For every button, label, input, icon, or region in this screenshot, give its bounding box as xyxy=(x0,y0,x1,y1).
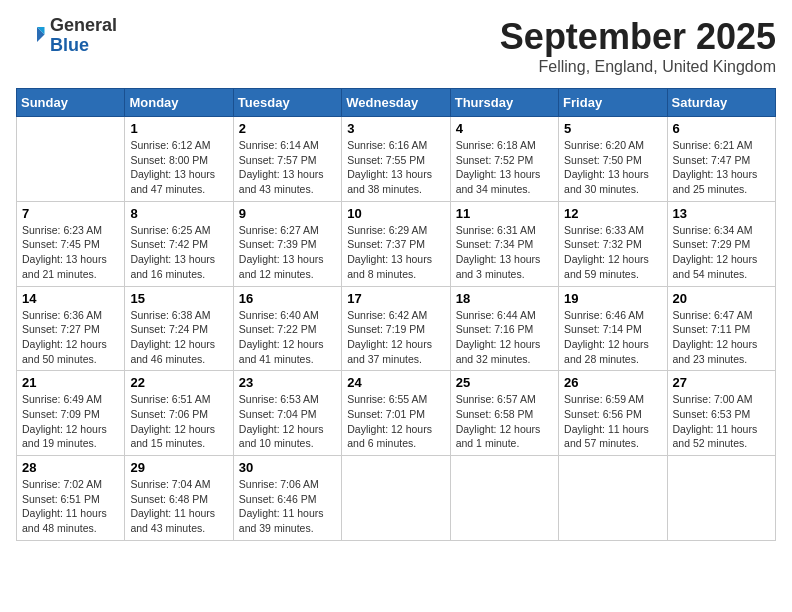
weekday-header-thursday: Thursday xyxy=(450,89,558,117)
day-number: 8 xyxy=(130,206,227,221)
day-number: 16 xyxy=(239,291,336,306)
day-info: Sunrise: 6:25 AM Sunset: 7:42 PM Dayligh… xyxy=(130,223,227,282)
calendar-cell: 24Sunrise: 6:55 AM Sunset: 7:01 PM Dayli… xyxy=(342,371,450,456)
day-number: 12 xyxy=(564,206,661,221)
day-info: Sunrise: 6:12 AM Sunset: 8:00 PM Dayligh… xyxy=(130,138,227,197)
day-number: 29 xyxy=(130,460,227,475)
calendar-cell: 11Sunrise: 6:31 AM Sunset: 7:34 PM Dayli… xyxy=(450,201,558,286)
day-number: 14 xyxy=(22,291,119,306)
day-number: 2 xyxy=(239,121,336,136)
calendar-cell xyxy=(450,456,558,541)
calendar-table: SundayMondayTuesdayWednesdayThursdayFrid… xyxy=(16,88,776,541)
day-info: Sunrise: 6:23 AM Sunset: 7:45 PM Dayligh… xyxy=(22,223,119,282)
day-number: 9 xyxy=(239,206,336,221)
day-info: Sunrise: 6:18 AM Sunset: 7:52 PM Dayligh… xyxy=(456,138,553,197)
calendar-cell: 9Sunrise: 6:27 AM Sunset: 7:39 PM Daylig… xyxy=(233,201,341,286)
day-number: 28 xyxy=(22,460,119,475)
day-info: Sunrise: 6:33 AM Sunset: 7:32 PM Dayligh… xyxy=(564,223,661,282)
day-info: Sunrise: 6:47 AM Sunset: 7:11 PM Dayligh… xyxy=(673,308,770,367)
week-row-2: 7Sunrise: 6:23 AM Sunset: 7:45 PM Daylig… xyxy=(17,201,776,286)
day-info: Sunrise: 6:27 AM Sunset: 7:39 PM Dayligh… xyxy=(239,223,336,282)
calendar-cell: 19Sunrise: 6:46 AM Sunset: 7:14 PM Dayli… xyxy=(559,286,667,371)
weekday-header-tuesday: Tuesday xyxy=(233,89,341,117)
calendar-cell: 5Sunrise: 6:20 AM Sunset: 7:50 PM Daylig… xyxy=(559,117,667,202)
day-number: 1 xyxy=(130,121,227,136)
day-info: Sunrise: 6:38 AM Sunset: 7:24 PM Dayligh… xyxy=(130,308,227,367)
day-info: Sunrise: 6:40 AM Sunset: 7:22 PM Dayligh… xyxy=(239,308,336,367)
calendar-cell: 27Sunrise: 7:00 AM Sunset: 6:53 PM Dayli… xyxy=(667,371,775,456)
weekday-header-saturday: Saturday xyxy=(667,89,775,117)
day-number: 7 xyxy=(22,206,119,221)
calendar-cell: 2Sunrise: 6:14 AM Sunset: 7:57 PM Daylig… xyxy=(233,117,341,202)
calendar-cell: 6Sunrise: 6:21 AM Sunset: 7:47 PM Daylig… xyxy=(667,117,775,202)
calendar-cell: 1Sunrise: 6:12 AM Sunset: 8:00 PM Daylig… xyxy=(125,117,233,202)
logo-blue: Blue xyxy=(50,36,117,56)
logo-icon xyxy=(16,21,46,51)
calendar-cell: 26Sunrise: 6:59 AM Sunset: 6:56 PM Dayli… xyxy=(559,371,667,456)
logo: General Blue xyxy=(16,16,117,56)
calendar-cell xyxy=(17,117,125,202)
logo-text: General Blue xyxy=(50,16,117,56)
day-info: Sunrise: 7:06 AM Sunset: 6:46 PM Dayligh… xyxy=(239,477,336,536)
calendar-cell: 18Sunrise: 6:44 AM Sunset: 7:16 PM Dayli… xyxy=(450,286,558,371)
calendar-cell: 8Sunrise: 6:25 AM Sunset: 7:42 PM Daylig… xyxy=(125,201,233,286)
calendar-cell xyxy=(559,456,667,541)
day-number: 30 xyxy=(239,460,336,475)
day-info: Sunrise: 6:36 AM Sunset: 7:27 PM Dayligh… xyxy=(22,308,119,367)
day-number: 6 xyxy=(673,121,770,136)
title-area: September 2025 Felling, England, United … xyxy=(500,16,776,76)
day-number: 5 xyxy=(564,121,661,136)
calendar-cell: 23Sunrise: 6:53 AM Sunset: 7:04 PM Dayli… xyxy=(233,371,341,456)
calendar-cell: 20Sunrise: 6:47 AM Sunset: 7:11 PM Dayli… xyxy=(667,286,775,371)
day-number: 19 xyxy=(564,291,661,306)
day-info: Sunrise: 6:34 AM Sunset: 7:29 PM Dayligh… xyxy=(673,223,770,282)
day-info: Sunrise: 6:57 AM Sunset: 6:58 PM Dayligh… xyxy=(456,392,553,451)
day-number: 23 xyxy=(239,375,336,390)
weekday-header-sunday: Sunday xyxy=(17,89,125,117)
calendar-cell xyxy=(667,456,775,541)
day-number: 25 xyxy=(456,375,553,390)
calendar-cell: 29Sunrise: 7:04 AM Sunset: 6:48 PM Dayli… xyxy=(125,456,233,541)
day-number: 27 xyxy=(673,375,770,390)
calendar-cell xyxy=(342,456,450,541)
week-row-4: 21Sunrise: 6:49 AM Sunset: 7:09 PM Dayli… xyxy=(17,371,776,456)
weekday-header-monday: Monday xyxy=(125,89,233,117)
day-number: 24 xyxy=(347,375,444,390)
calendar-cell: 15Sunrise: 6:38 AM Sunset: 7:24 PM Dayli… xyxy=(125,286,233,371)
day-info: Sunrise: 7:04 AM Sunset: 6:48 PM Dayligh… xyxy=(130,477,227,536)
calendar-cell: 10Sunrise: 6:29 AM Sunset: 7:37 PM Dayli… xyxy=(342,201,450,286)
calendar-cell: 30Sunrise: 7:06 AM Sunset: 6:46 PM Dayli… xyxy=(233,456,341,541)
day-number: 4 xyxy=(456,121,553,136)
week-row-1: 1Sunrise: 6:12 AM Sunset: 8:00 PM Daylig… xyxy=(17,117,776,202)
day-number: 18 xyxy=(456,291,553,306)
day-number: 20 xyxy=(673,291,770,306)
weekday-header-row: SundayMondayTuesdayWednesdayThursdayFrid… xyxy=(17,89,776,117)
calendar-cell: 25Sunrise: 6:57 AM Sunset: 6:58 PM Dayli… xyxy=(450,371,558,456)
header: General Blue September 2025 Felling, Eng… xyxy=(16,16,776,76)
day-number: 21 xyxy=(22,375,119,390)
day-info: Sunrise: 6:16 AM Sunset: 7:55 PM Dayligh… xyxy=(347,138,444,197)
day-info: Sunrise: 6:51 AM Sunset: 7:06 PM Dayligh… xyxy=(130,392,227,451)
day-info: Sunrise: 6:21 AM Sunset: 7:47 PM Dayligh… xyxy=(673,138,770,197)
day-info: Sunrise: 7:02 AM Sunset: 6:51 PM Dayligh… xyxy=(22,477,119,536)
day-number: 10 xyxy=(347,206,444,221)
calendar-cell: 3Sunrise: 6:16 AM Sunset: 7:55 PM Daylig… xyxy=(342,117,450,202)
day-info: Sunrise: 6:59 AM Sunset: 6:56 PM Dayligh… xyxy=(564,392,661,451)
calendar-cell: 14Sunrise: 6:36 AM Sunset: 7:27 PM Dayli… xyxy=(17,286,125,371)
calendar-cell: 28Sunrise: 7:02 AM Sunset: 6:51 PM Dayli… xyxy=(17,456,125,541)
day-info: Sunrise: 6:49 AM Sunset: 7:09 PM Dayligh… xyxy=(22,392,119,451)
calendar-cell: 22Sunrise: 6:51 AM Sunset: 7:06 PM Dayli… xyxy=(125,371,233,456)
calendar-cell: 13Sunrise: 6:34 AM Sunset: 7:29 PM Dayli… xyxy=(667,201,775,286)
day-info: Sunrise: 6:55 AM Sunset: 7:01 PM Dayligh… xyxy=(347,392,444,451)
day-number: 15 xyxy=(130,291,227,306)
day-info: Sunrise: 6:53 AM Sunset: 7:04 PM Dayligh… xyxy=(239,392,336,451)
day-number: 11 xyxy=(456,206,553,221)
day-info: Sunrise: 6:14 AM Sunset: 7:57 PM Dayligh… xyxy=(239,138,336,197)
day-number: 13 xyxy=(673,206,770,221)
day-info: Sunrise: 6:46 AM Sunset: 7:14 PM Dayligh… xyxy=(564,308,661,367)
day-number: 22 xyxy=(130,375,227,390)
day-info: Sunrise: 6:29 AM Sunset: 7:37 PM Dayligh… xyxy=(347,223,444,282)
calendar-cell: 17Sunrise: 6:42 AM Sunset: 7:19 PM Dayli… xyxy=(342,286,450,371)
day-info: Sunrise: 6:42 AM Sunset: 7:19 PM Dayligh… xyxy=(347,308,444,367)
month-title: September 2025 xyxy=(500,16,776,58)
